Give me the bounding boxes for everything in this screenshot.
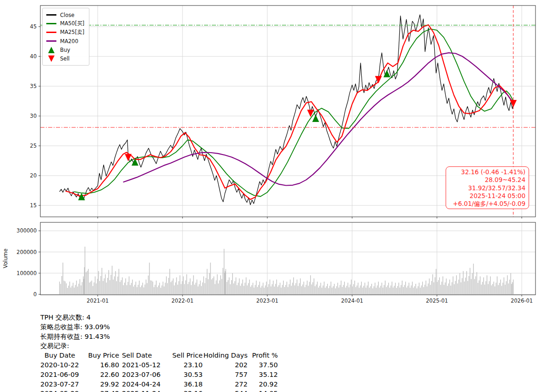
buy-triangle-icon [46, 46, 56, 54]
svg-text:45: 45 [30, 23, 37, 30]
sell-marker [375, 76, 382, 83]
legend-label: MA25[卖] [60, 29, 84, 36]
legend-item-close: Close [46, 11, 84, 19]
close-line-swatch [46, 14, 56, 16]
legend-item-ma50: MA50[买] [46, 19, 84, 28]
trade-row-cell: 2021-05-12 [119, 360, 168, 370]
col-header-buy-price: Buy Price [86, 351, 119, 360]
trade-table: Buy Date Buy Price Sell Date Sell Price … [40, 351, 278, 392]
trade-row-cell: 2025-11-24 [119, 389, 168, 392]
col-header-holding-days: Holding Days [203, 351, 248, 360]
svg-text:200000: 200000 [17, 249, 37, 255]
trade-row-cell: 2021-06-09 [40, 370, 86, 380]
ma200-line [123, 53, 513, 185]
legend-label: Sell [60, 55, 70, 62]
trade-row-cell: 32.16 [168, 389, 203, 392]
annotation-price-change: 32.16 (-0.46 -1.41%) [449, 168, 525, 176]
legend-label: MA50[买] [60, 20, 84, 27]
ma200-line-swatch [46, 40, 56, 42]
legend-item-sell: Sell [46, 54, 84, 63]
annotation-bias: +6.01/偏多/+4.05/-0.09 [449, 200, 525, 208]
annotation-range: 28.09~45.24 [449, 176, 525, 184]
trade-row-cell: 23.10 [168, 360, 203, 370]
sell-triangle-icon [46, 55, 56, 62]
trade-row-cell: 20.92 [248, 380, 278, 389]
stat-trade-count: TPH 交易次数: 4 [40, 313, 278, 322]
trade-row-cell: 2024-05-29 [40, 389, 86, 392]
legend-label: MA200 [60, 38, 78, 44]
svg-text:25: 25 [30, 143, 37, 149]
legend-label: Close [60, 12, 74, 18]
ma25-line-swatch [46, 32, 56, 33]
svg-text:40: 40 [30, 53, 37, 60]
svg-text:2026-01: 2026-01 [511, 298, 533, 304]
trade-row-cell: 2024-04-24 [119, 380, 168, 389]
strategy-stats: TPH 交易次数: 4 策略总收益率: 93.09% 长期持有收益: 91.43… [40, 313, 278, 392]
annotation-ma-values: 31.92/32.57/32.34 [449, 184, 525, 192]
trade-row-cell: -14.05 [248, 389, 278, 392]
trading-strategy-dashboard: 1520253035404501000002000003000002021-01… [0, 0, 541, 392]
svg-text:2022-01: 2022-01 [171, 298, 193, 304]
svg-text:300000: 300000 [17, 227, 37, 234]
legend-item-ma25: MA25[卖] [46, 28, 84, 37]
trade-row-cell: 35.12 [248, 370, 278, 380]
panel-borders [40, 6, 535, 295]
trade-row-cell: 36.18 [168, 380, 203, 389]
volume-bars [60, 247, 513, 294]
grid-lines [40, 6, 535, 294]
trade-row-cell: 544 [203, 389, 248, 392]
chart-legend: Close MA50[买] MA25[卖] MA200 Buy Sell [42, 8, 89, 66]
svg-text:15: 15 [30, 202, 37, 209]
stat-strategy-return: 策略总收益率: 93.09% [40, 322, 278, 332]
svg-text:0: 0 [33, 291, 37, 298]
trade-row-cell: 37.50 [248, 360, 278, 370]
col-header-sell-date: Sell Date [119, 351, 168, 360]
trade-row-cell: 37.42 [86, 389, 119, 392]
trade-row-cell: 272 [203, 380, 248, 389]
trade-row-cell: 30.53 [168, 370, 203, 380]
axis-ticks [39, 27, 522, 296]
buy-marker [312, 115, 319, 122]
trade-row-cell: 22.60 [86, 370, 119, 380]
svg-text:20: 20 [30, 172, 37, 179]
trade-row-cell: 16.80 [86, 360, 119, 370]
col-header-buy-date: Buy Date [40, 351, 86, 360]
ma50-line-swatch [46, 23, 56, 24]
quote-info-annotation: 32.16 (-0.46 -1.41%) 28.09~45.24 31.92/3… [446, 166, 529, 209]
svg-text:2024-01: 2024-01 [341, 298, 363, 304]
trade-row-cell: 29.92 [86, 380, 119, 389]
svg-text:35: 35 [30, 83, 37, 89]
trade-row-cell: 2023-07-27 [40, 380, 86, 389]
legend-item-ma200: MA200 [46, 37, 84, 45]
trade-row-cell: 2020-10-22 [40, 360, 86, 370]
svg-text:2023-01: 2023-01 [256, 298, 278, 304]
svg-text:100000: 100000 [17, 270, 37, 276]
trade-records-title: 交易记录: [40, 341, 278, 351]
trade-row-cell: 2023-07-06 [119, 370, 168, 380]
volume-axis-label: Volume [2, 248, 9, 268]
col-header-profit: Profit % [248, 351, 278, 360]
col-header-sell-price: Sell Price [168, 351, 203, 360]
annotation-datetime: 2025-11-24 05:00 [449, 192, 525, 200]
svg-text:2021-01: 2021-01 [87, 298, 109, 304]
svg-text:2025-01: 2025-01 [426, 298, 448, 304]
trade-row-cell: 757 [203, 370, 248, 380]
svg-text:30: 30 [30, 113, 37, 119]
legend-item-buy: Buy [46, 45, 84, 54]
legend-label: Buy [60, 47, 70, 53]
stat-hold-return: 长期持有收益: 91.43% [40, 332, 278, 342]
trade-row-cell: 202 [203, 360, 248, 370]
